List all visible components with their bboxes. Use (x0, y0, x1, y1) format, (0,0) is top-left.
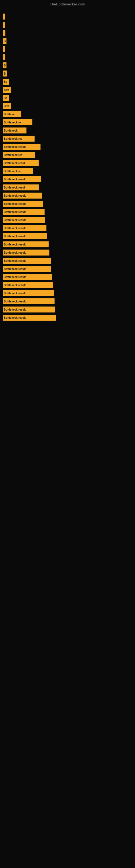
bar-20: Bottleneck result (3, 176, 41, 182)
bar-16: Bottleneck result (3, 144, 41, 150)
bars-container: BBBBoBottBoBottBottleneBottleneck reBott… (0, 7, 135, 325)
bar-row: Bottlene (3, 111, 132, 118)
bar-label-16: Bottleneck result (4, 145, 26, 148)
bar-label-19: Bottleneck re (4, 170, 21, 173)
bar-21: Bottleneck resul (3, 184, 39, 190)
bar-label-26: Bottleneck result (4, 227, 26, 230)
bar-0 (3, 13, 5, 20)
site-title: TheBottlenecker.com (0, 0, 135, 7)
bar-12: Bottlene (3, 111, 21, 117)
bar-row: B (3, 70, 132, 77)
bar-label-22: Bottleneck result (4, 194, 26, 197)
bar-35: Bottleneck result (3, 299, 54, 304)
bar-label-31: Bottleneck result (4, 268, 26, 271)
bar-label-7: B (4, 72, 6, 75)
bar-label-30: Bottleneck result (4, 259, 26, 262)
bar-label-14: Bottleneck (4, 129, 17, 132)
bar-row: Bottleneck result (3, 192, 132, 199)
bar-label-24: Bottleneck result (4, 211, 26, 214)
bar-row: Bottleneck result (3, 306, 132, 313)
bar-label-23: Bottleneck result (4, 203, 26, 205)
bar-label-17: Bottleneck res (4, 154, 22, 156)
bar-label-25: Bottleneck result (4, 219, 26, 222)
bar-row: Bottleneck resul (3, 184, 132, 191)
bar-label-32: Bottleneck result (4, 276, 26, 279)
bar-7: B (3, 70, 7, 76)
bar-15: Bottleneck res (3, 135, 35, 142)
bar-30: Bottleneck result (3, 258, 51, 264)
bar-31: Bottleneck result (3, 266, 51, 272)
bar-row: Bottleneck result (3, 298, 132, 305)
bar-13: Bottleneck re (3, 119, 32, 125)
bar-8: Bo (3, 79, 9, 85)
bar-row: Bottleneck result (3, 143, 132, 151)
bar-2 (3, 30, 5, 36)
bar-label-8: Bo (4, 80, 7, 83)
bar-label-28: Bottleneck result (4, 243, 26, 246)
bar-34: Bottleneck result (3, 290, 54, 296)
bar-label-12: Bottlene (4, 113, 14, 116)
bar-row (3, 54, 132, 61)
bar-label-20: Bottleneck result (4, 178, 26, 181)
bar-label-9: Bott (4, 88, 9, 91)
bar-row: Bottleneck result (3, 289, 132, 297)
bar-29: Bottleneck result (3, 250, 49, 255)
bar-33: Bottleneck result (3, 282, 53, 288)
bar-row: Bottleneck result (3, 265, 132, 273)
bar-32: Bottleneck result (3, 274, 52, 280)
bar-27: Bottleneck result (3, 233, 47, 239)
bar-row: Bottleneck result (3, 249, 132, 256)
bar-row: B (3, 37, 132, 45)
bar-row: B (3, 62, 132, 69)
bar-row (3, 29, 132, 37)
bar-row: Bottleneck result (3, 314, 132, 321)
bar-26: Bottleneck result (3, 225, 46, 231)
bar-row: Bottleneck result (3, 208, 132, 216)
bar-1 (3, 22, 5, 28)
bar-24: Bottleneck result (3, 209, 45, 215)
bar-row: Bottleneck result (3, 281, 132, 289)
bar-row (3, 45, 132, 53)
bar-label-34: Bottleneck result (4, 292, 26, 295)
bar-23: Bottleneck result (3, 201, 43, 207)
bar-row: Bottleneck res (3, 151, 132, 159)
bar-row: Bottleneck result (3, 176, 132, 183)
bar-label-21: Bottleneck resul (4, 186, 25, 189)
bar-row: Bottleneck result (3, 257, 132, 265)
bar-19: Bottleneck re (3, 168, 33, 174)
bar-row: Bottleneck res (3, 135, 132, 143)
bar-row: Bottleneck result (3, 224, 132, 232)
bar-label-36: Bottleneck result (4, 308, 26, 311)
bar-row: Bott (3, 86, 132, 94)
bar-row (3, 13, 132, 20)
bar-label-33: Bottleneck result (4, 284, 26, 287)
bar-6: B (3, 62, 6, 68)
bar-label-29: Bottleneck result (4, 251, 26, 254)
bar-3: B (3, 38, 6, 44)
bar-5 (3, 54, 5, 60)
bar-label-10: Bo (4, 97, 7, 99)
bar-label-3: B (4, 40, 6, 42)
bar-28: Bottleneck result (3, 241, 49, 247)
bar-label-13: Bottleneck re (4, 121, 21, 124)
bar-row: Bo (3, 78, 132, 86)
bar-22: Bottleneck result (3, 193, 42, 198)
bar-18: Bottleneck resul (3, 160, 39, 166)
bar-row: Bottleneck result (3, 216, 132, 224)
bar-row: Bottleneck re (3, 167, 132, 175)
bar-row: Bottleneck resul (3, 159, 132, 167)
bar-row: Bottleneck (3, 127, 132, 134)
bar-row: Bottleneck result (3, 273, 132, 281)
bar-9: Bott (3, 87, 11, 93)
bar-label-37: Bottleneck result (4, 316, 26, 319)
bar-row: Bottleneck re (3, 119, 132, 126)
bar-25: Bottleneck result (3, 217, 45, 223)
bar-label-27: Bottleneck result (4, 235, 26, 238)
bar-36: Bottleneck result (3, 307, 55, 312)
bar-row: Bott (3, 102, 132, 110)
bar-11: Bott (3, 103, 11, 109)
bar-label-6: B (4, 64, 6, 67)
bar-row: Bottleneck result (3, 232, 132, 240)
bar-17: Bottleneck res (3, 152, 35, 158)
bar-label-18: Bottleneck resul (4, 162, 25, 165)
